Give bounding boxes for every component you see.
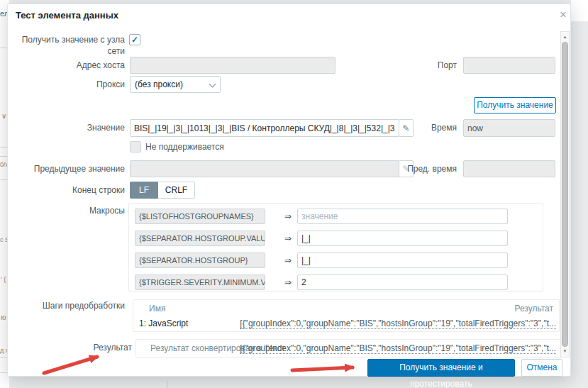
macro-value-input[interactable]	[297, 231, 508, 246]
implies-icon: ⇒	[279, 231, 296, 246]
chevron-down-icon	[209, 81, 216, 88]
result-panel: Результат сконвертирован в Текст [{"grou…	[135, 339, 561, 357]
column-header-result: Результат	[514, 304, 553, 314]
test-item-dialog: Тест элемента данных × Получить значение…	[7, 4, 571, 377]
eol-label: Конец строки	[15, 182, 125, 199]
port-input	[463, 57, 555, 74]
macros-panel: {$LISTOFHOSTGROUPNAMES} ⇒ {$SEPARATOR.HO…	[128, 203, 543, 292]
eol-option-lf[interactable]: LF	[130, 182, 158, 199]
value-input[interactable]	[130, 119, 399, 137]
eol-option-crlf[interactable]: CRLF	[158, 182, 195, 199]
background-divider	[167, 381, 167, 388]
macro-name: {$SEPARATOR.HOSTGROUP}	[135, 253, 265, 268]
scrollbar-thumb[interactable]	[562, 42, 568, 347]
not-supported-checkbox	[130, 141, 141, 153]
background-fragment: ' {	[1, 276, 6, 283]
preprocessing-step-name: 1: JavaScript	[139, 318, 188, 328]
proxy-label: Прокси	[15, 76, 125, 93]
get-value-button[interactable]: Получить значение	[474, 97, 556, 113]
background-topright	[571, 0, 588, 21]
prev-value-label: Предыдущее значение	[15, 160, 125, 177]
prev-time-input	[463, 160, 555, 177]
close-icon[interactable]: ×	[555, 6, 572, 23]
host-address-input	[130, 57, 335, 74]
proxy-selected-value: (без прокси)	[135, 79, 183, 89]
macro-name: {$TRIGGER.SEVERITY.MINIMUM.VALUE}	[135, 275, 265, 290]
preprocessing-label: Шаги предобработки	[15, 300, 125, 311]
get-from-host-checkbox[interactable]: ✓	[129, 34, 140, 45]
prev-time-label: Пред. время	[405, 160, 457, 177]
scrollbar[interactable]: ▲ ▼	[560, 31, 570, 357]
implies-icon: ⇒	[279, 275, 296, 290]
column-header-name: Имя	[149, 304, 165, 314]
macros-label: Макросы	[15, 205, 125, 216]
macro-value-input[interactable]	[297, 275, 508, 290]
macro-value-input[interactable]	[297, 209, 508, 224]
port-label: Порт	[405, 57, 457, 74]
prev-value-input	[130, 160, 399, 177]
get-from-host-label: Получить значение с узла сети	[15, 34, 125, 45]
preprocessing-table: Имя Результат 1: JavaScript [{"groupInde…	[133, 299, 560, 332]
macro-name: {$SEPARATOR.HOSTGROUP.VALUES}	[135, 231, 265, 246]
page: ел ∨ 0/x c S ' { ю д x Тест элемента дан…	[0, 0, 588, 388]
result-value-link[interactable]: [{"groupIndex":0,"groupName":"BIS","host…	[240, 343, 556, 353]
result-label: Результат	[15, 340, 132, 355]
macro-value-input[interactable]	[297, 253, 508, 268]
background-fragment: ю	[1, 314, 6, 321]
not-supported-label: Не поддерживается	[145, 141, 287, 153]
value-label: Значение	[15, 119, 125, 137]
macro-name: {$LISTOFHOSTGROUPNAMES}	[135, 209, 265, 224]
scroll-up-icon[interactable]: ▲	[561, 33, 569, 41]
time-label: Время	[405, 119, 457, 137]
submit-test-button[interactable]: Получить значение и протестировать	[367, 359, 515, 377]
proxy-select[interactable]: (без прокси)	[130, 76, 221, 93]
cancel-button[interactable]: Отмена	[521, 359, 562, 377]
check-icon: ✓	[131, 35, 138, 45]
time-input	[463, 119, 555, 137]
implies-icon: ⇒	[279, 209, 296, 224]
preprocessing-step-result-link[interactable]: [{"groupIndex":0,"groupName":"BIS","host…	[240, 318, 556, 328]
scroll-down-icon[interactable]: ▼	[561, 348, 569, 355]
implies-icon: ⇒	[279, 253, 296, 268]
host-address-label: Адрес хоста	[15, 57, 125, 74]
background-fragment: ∨	[1, 112, 6, 120]
page-title: Тест элемента данных	[16, 10, 118, 21]
